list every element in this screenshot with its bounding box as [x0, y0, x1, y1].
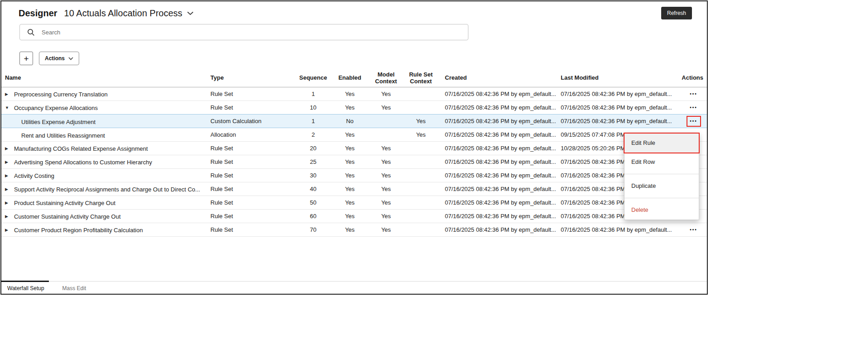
table-row[interactable]: ▶ Product Sustaining Activity Charge Out…: [1, 196, 708, 210]
row-name: Preprocessing Currency Translation: [14, 91, 108, 98]
table-row[interactable]: ▶ Manufacturing COGs Related Expense Ass…: [1, 142, 708, 155]
row-type: Allocation: [210, 128, 298, 142]
chevron-down-icon: [187, 11, 194, 15]
actions-menu-button[interactable]: Actions: [39, 52, 79, 65]
row-created: 07/16/2025 08:42:36 PM by epm_default...: [441, 128, 557, 142]
column-header-actions: Actions: [679, 69, 708, 87]
expand-toggle-icon[interactable]: ▼: [5, 105, 11, 110]
row-model-context: Yes: [372, 223, 401, 237]
row-sequence: 1: [298, 87, 328, 101]
row-actions-button[interactable]: •••: [687, 224, 701, 235]
row-sequence: 10: [298, 101, 328, 115]
expand-toggle-icon[interactable]: ▶: [5, 160, 11, 164]
menu-item-edit-row[interactable]: Edit Row: [625, 153, 699, 172]
column-header-model-context: Model Context: [372, 69, 401, 87]
row-enabled: Yes: [328, 223, 372, 237]
row-model-context: Yes: [372, 101, 401, 115]
row-created: 07/16/2025 08:42:36 PM by epm_default...: [441, 223, 557, 237]
row-name: Customer Product Region Profitability Ca…: [14, 227, 143, 234]
rules-table: Name Type Sequence Enabled Model Context…: [1, 69, 708, 237]
menu-item-duplicate[interactable]: Duplicate: [625, 177, 699, 196]
search-input[interactable]: [41, 29, 463, 36]
row-actions-button[interactable]: •••: [687, 102, 701, 113]
row-created: 07/16/2025 08:42:36 PM by epm_default...: [441, 115, 557, 128]
row-model-context: [372, 128, 401, 142]
row-model-context: Yes: [372, 210, 401, 223]
column-header-last-modified: Last Modified: [557, 69, 679, 87]
menu-item-edit-rule[interactable]: Edit Rule: [625, 134, 699, 153]
expand-toggle-icon[interactable]: ▶: [5, 201, 11, 205]
chevron-down-icon: [68, 57, 73, 60]
refresh-button[interactable]: Refresh: [661, 7, 692, 19]
row-type: Rule Set: [210, 155, 298, 169]
row-rule-set-context: [401, 169, 441, 182]
row-rule-set-context: [401, 182, 441, 196]
row-model-context: Yes: [372, 87, 401, 101]
designer-window: Designer 10 Actuals Allocation Process R…: [0, 0, 708, 295]
row-created: 07/16/2025 08:42:36 PM by epm_default...: [441, 142, 557, 155]
row-last-modified: 07/16/2025 08:42:36 PM by epm_default...: [557, 223, 679, 237]
row-model-context: Yes: [372, 142, 401, 155]
expand-toggle-icon[interactable]: ▶: [5, 187, 11, 191]
process-selector[interactable]: 10 Actuals Allocation Process: [64, 8, 194, 19]
table-row[interactable]: ▶ Support Activity Reciprocal Assignment…: [1, 182, 708, 196]
row-rule-set-context: [401, 87, 441, 101]
context-menu: Edit RuleEdit RowDuplicateDelete: [624, 133, 699, 220]
row-sequence: 2: [298, 128, 328, 142]
row-name: Support Activity Reciprocal Assignments …: [14, 186, 200, 193]
table-header-row: Name Type Sequence Enabled Model Context…: [1, 69, 708, 87]
row-name: Manufacturing COGs Related Expense Assig…: [14, 145, 148, 152]
row-rule-set-context: [401, 101, 441, 115]
row-type: Custom Calculation: [210, 115, 298, 128]
row-enabled: Yes: [328, 142, 372, 155]
row-sequence: 25: [298, 155, 328, 169]
row-name: Occupancy Expense Allocations: [14, 105, 98, 111]
row-rule-set-context: [401, 196, 441, 210]
row-name: Rent and Utilities Reassignment: [21, 132, 105, 139]
expand-toggle-icon[interactable]: ▶: [5, 173, 11, 178]
page-title: Designer: [19, 8, 57, 19]
row-rule-set-context: [401, 155, 441, 169]
column-header-name: Name: [1, 69, 210, 87]
tab-waterfall-setup[interactable]: Waterfall Setup: [1, 285, 50, 291]
table-row[interactable]: Utilities Expense Adjustment Custom Calc…: [1, 115, 708, 128]
table-row[interactable]: ▶ Customer Product Region Profitability …: [1, 223, 708, 237]
row-enabled: Yes: [328, 210, 372, 223]
row-actions-button[interactable]: •••: [687, 89, 701, 100]
expand-toggle-icon[interactable]: ▶: [5, 228, 11, 232]
row-sequence: 40: [298, 182, 328, 196]
row-type: Rule Set: [210, 210, 298, 223]
menu-item-delete[interactable]: Delete: [625, 201, 699, 220]
row-sequence: 20: [298, 142, 328, 155]
menu-divider: [625, 174, 699, 174]
table-row[interactable]: ▶ Customer Sustaining Activity Charge Ou…: [1, 210, 708, 223]
row-created: 07/16/2025 08:42:36 PM by epm_default...: [441, 182, 557, 196]
expand-toggle-icon[interactable]: ▶: [5, 92, 11, 96]
row-enabled: Yes: [328, 87, 372, 101]
row-enabled: Yes: [328, 169, 372, 182]
table-row[interactable]: ▶ Preprocessing Currency Translation Rul…: [1, 87, 708, 101]
row-name: Activity Costing: [14, 172, 54, 179]
table-row[interactable]: ▼ Occupancy Expense Allocations Rule Set…: [1, 101, 708, 115]
add-button[interactable]: +: [19, 52, 33, 65]
row-name: Advertising Spend Allocations to Custome…: [14, 159, 152, 166]
row-actions-button[interactable]: •••: [687, 116, 701, 127]
row-type: Rule Set: [210, 87, 298, 101]
row-created: 07/16/2025 08:42:36 PM by epm_default...: [441, 169, 557, 182]
row-model-context: Yes: [372, 182, 401, 196]
row-type: Rule Set: [210, 169, 298, 182]
row-created: 07/16/2025 08:42:36 PM by epm_default...: [441, 196, 557, 210]
tab-mass-edit[interactable]: Mass Edit: [57, 285, 92, 291]
search-icon: [27, 29, 35, 36]
row-created: 07/16/2025 08:42:36 PM by epm_default...: [441, 155, 557, 169]
footer-tabs: Waterfall SetupMass Edit: [1, 281, 707, 295]
row-model-context: Yes: [372, 169, 401, 182]
row-enabled: No: [328, 115, 372, 128]
expand-toggle-icon[interactable]: ▶: [5, 214, 11, 219]
table-row[interactable]: ▶ Advertising Spend Allocations to Custo…: [1, 155, 708, 169]
row-created: 07/16/2025 08:42:36 PM by epm_default...: [441, 101, 557, 115]
expand-toggle-icon[interactable]: ▶: [5, 146, 11, 151]
table-row[interactable]: ▶ Activity Costing Rule Set 30 Yes Yes 0…: [1, 169, 708, 182]
row-type: Rule Set: [210, 196, 298, 210]
table-row[interactable]: Rent and Utilities Reassignment Allocati…: [1, 128, 708, 142]
